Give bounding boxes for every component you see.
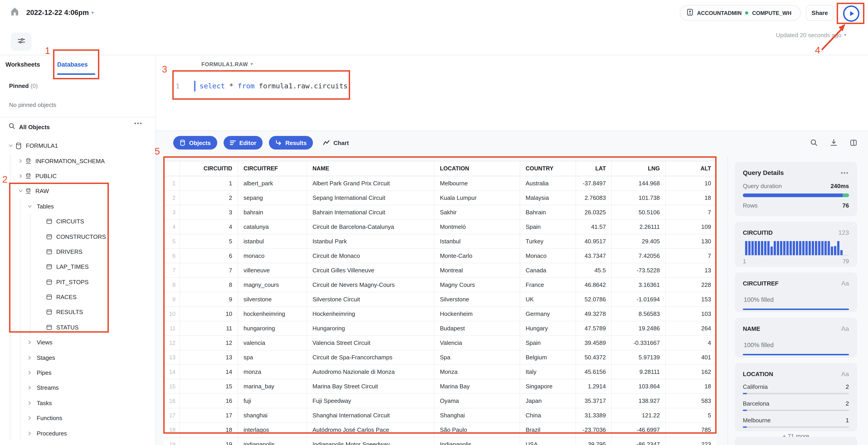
search-icon[interactable]	[8, 122, 16, 131]
tab-worksheets[interactable]: Worksheets	[5, 61, 40, 68]
table-row[interactable]: 1212valenciaValencia Street CircuitValen…	[163, 336, 716, 350]
table-row[interactable]: 1919indianapolisIndianapolis Motor Speed…	[163, 437, 716, 445]
toggle-chart[interactable]: Chart	[319, 136, 352, 149]
editorlines-icon	[230, 140, 236, 145]
column-header-lng[interactable]: LNG	[612, 161, 666, 176]
stat-column-name: LOCATION	[743, 371, 773, 377]
table-row[interactable]: 44catalunyaCircuit de Barcelona-Cataluny…	[163, 220, 716, 234]
tree-item-label: Procedures	[37, 430, 67, 437]
tree-item-results[interactable]: RESULTS	[0, 305, 156, 320]
tree-item-tables[interactable]: Tables	[0, 199, 156, 214]
table-row[interactable]: 88magny_coursCircuit de Nevers Magny-Cou…	[163, 278, 716, 292]
tree-item-raw[interactable]: RAW	[0, 183, 156, 199]
histogram-bar	[840, 250, 843, 255]
download-icon[interactable]	[830, 139, 838, 148]
chevron-right-icon[interactable]	[18, 159, 25, 163]
histogram-bar	[764, 241, 767, 255]
column-header-alt[interactable]: ALT	[666, 161, 716, 176]
home-icon[interactable]	[9, 6, 20, 19]
tree-item-stages[interactable]: Stages	[0, 350, 156, 365]
tree-item-races[interactable]: RACES	[0, 289, 156, 305]
table-cell: valencia	[238, 336, 307, 350]
table-row[interactable]: 33bahrainBahrain International CircuitSa…	[163, 205, 716, 220]
table-row[interactable]: 11albert_parkAlbert Park Grand Prix Circ…	[163, 176, 716, 191]
chevron-right-icon[interactable]	[27, 415, 34, 420]
tree-item-drivers[interactable]: DRIVERS	[0, 244, 156, 259]
column-stat-card-name: NAMEAa100% filled	[735, 318, 857, 357]
table-cell: -86.2347	[612, 437, 666, 445]
tree-item-views[interactable]: Views	[0, 335, 156, 350]
run-query-button[interactable]	[843, 5, 859, 22]
table-row[interactable]: 1515marina_bayMarina Bay Street CircuitM…	[163, 379, 716, 394]
column-header-lat[interactable]: LAT	[576, 161, 612, 176]
tree-item-formula1[interactable]: FORMULA1	[0, 138, 156, 153]
more-menu-icon[interactable]: •••	[134, 120, 143, 127]
tree-item-lap_times[interactable]: LAP_TIMES	[0, 259, 156, 274]
table-cell: Silverstone	[434, 292, 520, 306]
tree-item-circuits[interactable]: CIRCUITS	[0, 214, 156, 229]
table-cell: 49.3278	[576, 307, 612, 321]
stat-card-header: COUNTRYAa	[743, 437, 849, 445]
table-cell: Turkey	[520, 234, 576, 248]
toggle-editor[interactable]: Editor	[223, 136, 262, 149]
chevron-down-icon[interactable]	[18, 189, 25, 194]
top-value-track	[743, 393, 849, 394]
column-header-circuitref[interactable]: CIRCUITREF	[238, 161, 307, 176]
chevron-down-icon[interactable]	[27, 204, 34, 209]
table-row[interactable]: 1111hungaroringHungaroringBudapestHungar…	[163, 321, 716, 336]
updated-status[interactable]: Updated 20 seconds ago▾	[776, 32, 846, 38]
tree-item-pipes[interactable]: Pipes	[0, 365, 156, 380]
tree-item-constructors[interactable]: CONSTRUCTORS	[0, 229, 156, 244]
role-warehouse-selector[interactable]: ACCOUNTADMIN COMPUTE_WH	[680, 5, 801, 21]
tree-item-pit_stops[interactable]: PIT_STOPS	[0, 274, 156, 289]
tree-item-tasks[interactable]: Tasks	[0, 396, 156, 411]
worksheet-settings-button[interactable]	[11, 33, 32, 51]
table-row[interactable]: 1010hockenheimringHockenheimringHockenhe…	[163, 307, 716, 321]
chevron-right-icon[interactable]	[27, 370, 34, 375]
columns-panel-icon[interactable]	[850, 139, 857, 148]
table-row[interactable]: 77villeneuveCircuit Gilles VilleneuveMon…	[163, 263, 716, 278]
rows-label: Rows	[743, 202, 757, 209]
worksheet-title[interactable]: 2022-12-22 4:06pm▾	[26, 9, 94, 17]
tree-item-procedures[interactable]: Procedures	[0, 426, 156, 441]
column-header-country[interactable]: COUNTRY	[520, 161, 576, 176]
database-context-selector[interactable]: FORMULA1.RAW▾	[202, 61, 253, 68]
toggle-results[interactable]: Results	[269, 136, 313, 149]
table-row[interactable]: 99silverstoneSilverstone CircuitSilverst…	[163, 292, 716, 307]
tree-item-streams[interactable]: Streams	[0, 380, 156, 396]
table-row[interactable]: 1616fujiFuji SpeedwayOyamaJapan35.371713…	[163, 394, 716, 408]
table-icon	[46, 278, 53, 285]
schema-icon	[25, 188, 32, 195]
column-header-circuitid[interactable]: CIRCUITID	[180, 161, 238, 176]
table-row[interactable]: 1717shanghaiShanghai International Circu…	[163, 408, 716, 423]
table-row[interactable]: 1818interlagosAutódromo José Carlos Pace…	[163, 423, 716, 437]
tree-item-public[interactable]: PUBLIC	[0, 169, 156, 184]
histogram-bar	[751, 241, 754, 255]
tree-item-status[interactable]: STATUS	[0, 320, 156, 335]
table-row[interactable]: 1414monzaAutodromo Nazionale di MonzaMon…	[163, 365, 716, 379]
table-row[interactable]: 66monacoCircuit de MonacoMonte-CarloMona…	[163, 249, 716, 263]
table-cell: 45.6156	[576, 365, 612, 379]
table-row[interactable]: 1313spaCircuit de Spa-FrancorchampsSpaBe…	[163, 350, 716, 365]
toggle-objects[interactable]: Objects	[173, 136, 217, 149]
table-row[interactable]: 55istanbulIstanbul ParkIstanbulTurkey40.…	[163, 234, 716, 249]
search-icon[interactable]	[810, 139, 818, 148]
tree-item-functions[interactable]: Functions	[0, 411, 156, 426]
tree-item-information_schema[interactable]: INFORMATION_SCHEMA	[0, 153, 156, 169]
more-menu-icon[interactable]: •••	[841, 169, 849, 176]
chevron-right-icon[interactable]	[27, 385, 34, 390]
chevron-down-icon[interactable]	[8, 143, 15, 148]
sql-input[interactable]: select * from formula1.raw.circuits	[199, 82, 348, 90]
column-header-location[interactable]: LOCATION	[434, 161, 520, 176]
chevron-right-icon[interactable]	[18, 174, 25, 178]
table-row[interactable]: 22sepangSepang International CircuitKual…	[163, 191, 716, 205]
tab-databases[interactable]: Databases	[57, 61, 88, 68]
tree-item-snowflake[interactable]: SNOWFLAKE	[0, 441, 156, 445]
chevron-right-icon[interactable]	[27, 355, 34, 360]
chevron-right-icon[interactable]	[27, 340, 34, 345]
chevron-right-icon[interactable]	[27, 431, 34, 436]
all-objects-search[interactable]: All Objects	[19, 124, 50, 131]
share-button[interactable]: Share	[806, 5, 834, 21]
column-header-name[interactable]: NAME	[307, 161, 434, 176]
chevron-right-icon[interactable]	[27, 401, 34, 406]
